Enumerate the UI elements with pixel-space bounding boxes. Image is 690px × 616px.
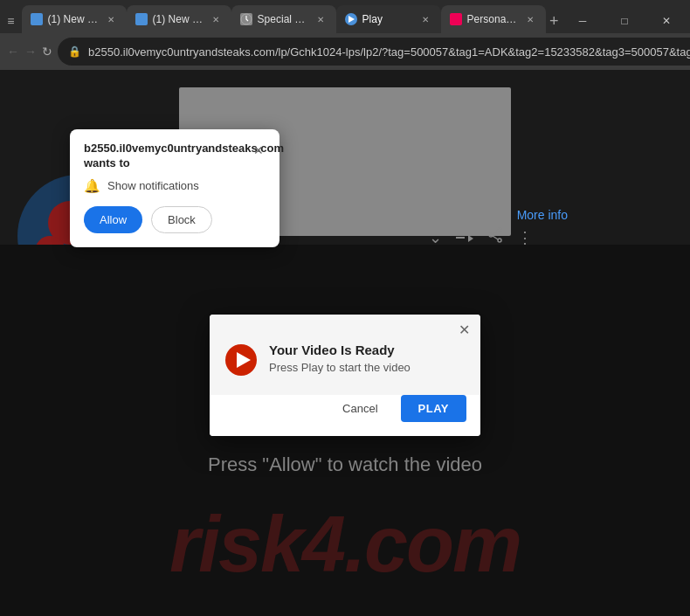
playlist-icon[interactable] [456, 228, 473, 246]
tab-3-close[interactable]: ✕ [314, 12, 328, 26]
tab-5[interactable]: Personal Loans... ✕ [441, 5, 546, 33]
svg-point-8 [498, 239, 501, 242]
tab-5-favicon [450, 13, 462, 25]
tab-2[interactable]: (1) New Messag... ✕ [127, 5, 231, 33]
watermark: risk4.com [169, 500, 521, 590]
tab-2-title: (1) New Messag... [153, 13, 204, 25]
dialog-close-button[interactable]: ✕ [454, 320, 473, 339]
dialog-text-block: Your Video Is Ready Press Play to start … [269, 343, 463, 374]
close-button[interactable]: ✕ [646, 9, 687, 33]
tab-3-favicon [240, 13, 252, 25]
back-button[interactable]: ← [7, 39, 19, 64]
tab-4-close[interactable]: ✕ [418, 12, 432, 26]
svg-line-11 [493, 236, 498, 239]
browser-window: ≡ (1) New Messag... ✕ (1) New Messag... … [0, 0, 690, 70]
address-bar[interactable]: 🔒 b2550.il0vemyc0untryandsteaks.com/lp/G… [58, 38, 690, 66]
tab-1-favicon [31, 13, 43, 25]
tab-4-title: Play [362, 13, 413, 25]
svg-marker-1 [348, 16, 355, 23]
svg-line-10 [493, 231, 498, 234]
navigation-bar: ← → ↻ 🔒 b2550.il0vemyc0untryandsteaks.co… [0, 33, 690, 70]
tab-4-favicon [345, 13, 357, 25]
notification-domain-text: b2550.il0vemyc0untryandsteaks.com wants … [84, 142, 250, 171]
tab-2-favicon [135, 13, 148, 25]
window-controls: ─ □ ✕ [562, 9, 687, 33]
press-allow-text: Press "Allow" to watch the video [208, 453, 482, 476]
tab-1-title: (1) New Messag... [48, 13, 99, 25]
allow-button[interactable]: Allow [84, 206, 142, 233]
dialog-subtitle: Press Play to start the video [269, 361, 463, 374]
tab-1[interactable]: (1) New Messag... ✕ [22, 5, 127, 33]
tab-5-close[interactable]: ✕ [523, 12, 537, 26]
dialog-footer: Cancel PLAY [210, 395, 480, 436]
video-ready-dialog: ✕ Your Video Is Ready Press Play to star… [210, 315, 480, 436]
tab-3[interactable]: Special Offer | V... ✕ [231, 5, 336, 33]
tab-list-btn[interactable]: ≡ [3, 9, 18, 33]
tab-2-close[interactable]: ✕ [209, 12, 223, 26]
svg-rect-4 [456, 232, 468, 234]
svg-rect-5 [456, 237, 465, 239]
url-text: b2550.il0vemyc0untryandsteaks.com/lp/Gch… [88, 45, 690, 59]
svg-point-9 [489, 233, 493, 237]
lock-icon: 🔒 [68, 45, 81, 58]
page-content: ⌄ ⋮ More info Press "Allow" to watch the… [0, 70, 690, 616]
notification-permission-popup: b2550.il0vemyc0untryandsteaks.com wants … [70, 129, 279, 247]
minimize-button[interactable]: ─ [562, 9, 603, 33]
dialog-title: Your Video Is Ready [269, 343, 463, 357]
show-notifications-label: Show notifications [107, 179, 199, 192]
new-tab-button[interactable]: + [546, 9, 562, 33]
bell-icon: 🔔 [84, 178, 100, 194]
tab-bar: ≡ (1) New Messag... ✕ (1) New Messag... … [0, 0, 690, 33]
tab-3-title: Special Offer | V... [258, 13, 308, 25]
notification-row: 🔔 Show notifications [84, 178, 266, 194]
svg-marker-6 [468, 235, 473, 242]
cancel-button[interactable]: Cancel [328, 395, 391, 422]
reload-button[interactable]: ↻ [42, 39, 52, 64]
maximize-button[interactable]: □ [604, 9, 645, 33]
tab-1-close[interactable]: ✕ [104, 12, 118, 26]
tab-4-active[interactable]: Play ✕ [336, 5, 441, 33]
tab-5-title: Personal Loans... [467, 13, 518, 25]
dialog-close-bar: ✕ [210, 315, 480, 339]
svg-rect-3 [456, 228, 468, 230]
dialog-body: Your Video Is Ready Press Play to start … [210, 339, 480, 395]
more-info-link[interactable]: More info [517, 208, 568, 222]
notification-close-button[interactable]: ✕ [250, 142, 267, 159]
block-button[interactable]: Block [151, 206, 212, 233]
forward-button[interactable]: → [24, 39, 37, 64]
dialog-play-icon [224, 343, 259, 377]
notification-popup-header: b2550.il0vemyc0untryandsteaks.com wants … [84, 142, 266, 171]
play-button[interactable]: PLAY [401, 395, 466, 422]
notification-action-buttons: Allow Block [84, 206, 266, 233]
svg-point-7 [498, 228, 501, 232]
